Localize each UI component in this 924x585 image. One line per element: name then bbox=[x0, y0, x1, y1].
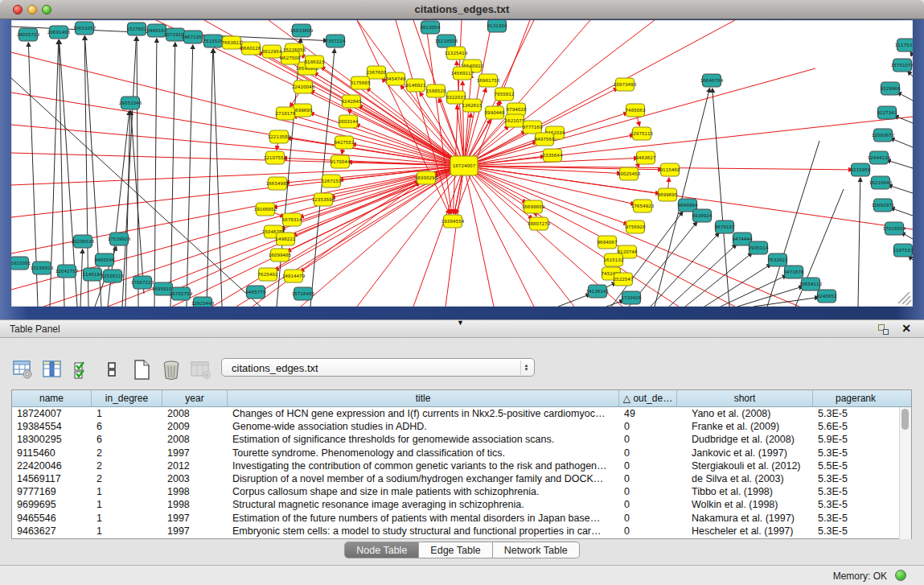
graph-node[interactable]: 16961758 bbox=[477, 74, 500, 87]
graph-node[interactable]: 11325419 bbox=[445, 47, 468, 60]
resize-grip-icon[interactable] bbox=[898, 292, 911, 305]
table-row[interactable]: 2242004622012Investigating the contribut… bbox=[12, 459, 911, 472]
graph-node[interactable]: 9756928 bbox=[626, 220, 646, 233]
graph-node[interactable]: 9463627 bbox=[636, 151, 656, 164]
graph-node[interactable]: 19384554 bbox=[441, 215, 465, 228]
graph-node[interactable]: 12505115 bbox=[101, 270, 125, 282]
graph-node[interactable]: 9170044 bbox=[331, 155, 351, 168]
graph-node[interactable]: 8471676 bbox=[784, 266, 804, 278]
graph-node[interactable]: 2935114 bbox=[749, 241, 769, 254]
graph-node[interactable]: 14569117 bbox=[451, 67, 474, 80]
graph-node[interactable]: 18807279 bbox=[528, 217, 551, 230]
graph-node[interactable]: 7485063 bbox=[626, 104, 646, 117]
column-header-short[interactable]: short bbox=[677, 390, 813, 406]
graph-node[interactable]: 12213589 bbox=[268, 130, 291, 143]
graph-node[interactable]: 20206536 bbox=[72, 235, 95, 248]
graph-node[interactable]: 15751074 bbox=[891, 59, 913, 72]
graph-node[interactable]: 1733426 bbox=[622, 291, 642, 304]
graph-node[interactable]: 14136141 bbox=[586, 285, 610, 298]
graph-node[interactable]: 16648784 bbox=[700, 74, 724, 87]
column-header-name[interactable]: name bbox=[12, 390, 92, 406]
graph-node[interactable]: 9497568 bbox=[535, 133, 555, 146]
graph-node[interactable]: 5267150 bbox=[322, 175, 342, 187]
table-row[interactable]: 946362711997Embryonic stem cells: a mode… bbox=[12, 525, 911, 538]
graph-node[interactable]: 17016504 bbox=[883, 222, 906, 235]
graph-node[interactable]: 9245652 bbox=[817, 290, 837, 303]
tab-edge-table[interactable]: Edge Table bbox=[419, 542, 492, 558]
graph-node[interactable]: 1588520 bbox=[426, 84, 446, 97]
graph-node[interactable]: 12042757 bbox=[55, 265, 79, 278]
graph-node[interactable]: 9879197 bbox=[715, 220, 735, 233]
graph-node[interactable]: 29053346 bbox=[119, 97, 142, 109]
graph-node[interactable]: 8912954 bbox=[262, 45, 282, 58]
close-panel-icon[interactable]: ✕ bbox=[901, 322, 911, 335]
column-header-pagerank[interactable]: pagerank bbox=[813, 390, 898, 406]
new-table-icon[interactable] bbox=[130, 358, 153, 381]
graph-node[interactable]: 8131304 bbox=[487, 20, 507, 32]
table-row[interactable]: 1872400712008Changes of HCN gene express… bbox=[12, 407, 911, 420]
graph-node[interactable]: 8990448 bbox=[485, 106, 505, 119]
column-header-title[interactable]: title bbox=[228, 390, 619, 406]
graph-node[interactable]: 1167533 bbox=[893, 244, 913, 257]
graph-node[interactable]: 12093872 bbox=[872, 129, 894, 142]
graph-node[interactable]: 15892971 bbox=[872, 199, 895, 212]
table-row[interactable]: 969969511998Structural magnetic resonanc… bbox=[12, 498, 911, 511]
network-canvas[interactable]: 2405572320691406106532571527602846616010… bbox=[11, 20, 913, 307]
show-columns-icon[interactable] bbox=[41, 358, 64, 381]
table-settings-icon[interactable] bbox=[11, 358, 34, 381]
graph-node[interactable]: 9777169 bbox=[523, 121, 543, 134]
graph-node[interactable]: 19166852 bbox=[254, 203, 277, 216]
table-row[interactable]: 946554611997Estimation of the future num… bbox=[12, 512, 911, 525]
scrollbar-thumb[interactable] bbox=[901, 409, 909, 430]
table-selector-dropdown[interactable]: citations_edges.txt ▲▼ bbox=[221, 358, 535, 377]
column-header-out_de[interactable]: △ out_de… bbox=[619, 390, 677, 406]
graph-node[interactable]: 9627508 bbox=[281, 51, 301, 64]
graph-node[interactable]: 8454749 bbox=[386, 72, 406, 85]
graph-node[interactable]: 2367608 bbox=[367, 66, 387, 79]
graph-node[interactable]: 12107552 bbox=[264, 151, 286, 164]
graph-node[interactable]: 2803144 bbox=[339, 115, 359, 128]
table-row[interactable]: 1830029562008Estimation of significance … bbox=[12, 433, 911, 446]
graph-node[interactable]: 1615132 bbox=[604, 253, 624, 266]
graph-node[interactable]: 13156829 bbox=[31, 262, 54, 274]
tab-network-table[interactable]: Network Table bbox=[493, 542, 580, 558]
graph-node[interactable]: 2335644 bbox=[543, 149, 563, 162]
graph-node[interactable]: 12444134 bbox=[868, 151, 891, 164]
graph-node[interactable]: 16654985 bbox=[266, 177, 290, 190]
graph-node[interactable]: 12353594 bbox=[312, 193, 335, 206]
column-header-year[interactable]: year bbox=[162, 390, 228, 406]
graph-node[interactable]: 11175338 bbox=[895, 39, 913, 51]
graph-node[interactable]: 16033809 bbox=[290, 24, 314, 37]
graph-node[interactable]: 1362615 bbox=[462, 99, 483, 112]
graph-node[interactable]: 2522547 bbox=[614, 273, 634, 286]
graph-node[interactable]: 18300295 bbox=[415, 171, 438, 184]
graph-node[interactable]: 16688609 bbox=[522, 200, 545, 213]
graph-node[interactable]: 16782759 bbox=[170, 287, 193, 300]
graph-node[interactable]: 12975115 bbox=[630, 127, 654, 140]
graph-node[interactable]: 9146821 bbox=[406, 79, 426, 92]
graph-node[interactable]: 8813054 bbox=[421, 21, 441, 34]
graph-node[interactable]: 7625402 bbox=[258, 268, 278, 281]
graph-node[interactable]: 12923448 bbox=[191, 297, 215, 307]
graph-node[interactable]: 7663822 bbox=[222, 36, 242, 49]
graph-node[interactable]: 10025458 bbox=[618, 167, 641, 180]
graph-node[interactable]: 14914479 bbox=[282, 270, 306, 282]
row-height-icon[interactable] bbox=[101, 358, 123, 381]
graph-node[interactable]: 7632621 bbox=[768, 253, 788, 266]
graph-node[interactable]: 20691406 bbox=[47, 26, 71, 39]
table-row[interactable]: 1456911722003Disruption of a novel membe… bbox=[12, 472, 911, 485]
citation-network-graph[interactable]: 2405572320691406106532571527602846616010… bbox=[11, 20, 913, 307]
graph-node[interactable]: 10654112 bbox=[799, 278, 822, 290]
graph-node[interactable]: 1527602 bbox=[127, 23, 147, 35]
float-window-icon[interactable] bbox=[878, 324, 889, 335]
graph-node[interactable]: 8186323 bbox=[305, 56, 325, 68]
graph-node[interactable]: 17654923 bbox=[631, 200, 655, 212]
graph-node[interactable]: 15218506 bbox=[435, 35, 458, 47]
graph-node[interactable]: 22420046 bbox=[292, 80, 315, 93]
graph-node[interactable]: 17957223 bbox=[131, 276, 154, 289]
tab-node-table[interactable]: Node Table bbox=[344, 542, 419, 558]
graph-node[interactable]: 16210643 bbox=[869, 176, 893, 189]
graph-node[interactable]: 14671358 bbox=[182, 31, 205, 43]
graph-node[interactable]: 9684067 bbox=[598, 236, 618, 249]
graph-node[interactable]: 7357224 bbox=[326, 35, 346, 47]
